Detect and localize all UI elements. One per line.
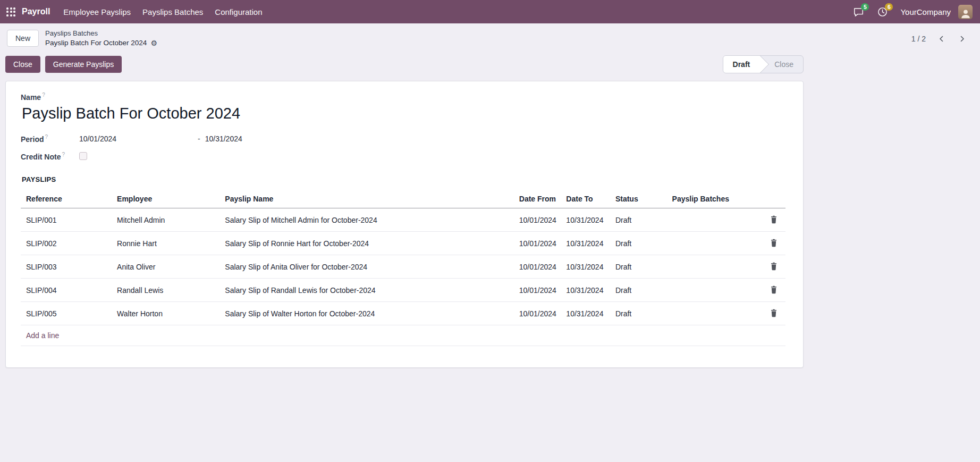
cell-status[interactable]: Draft (611, 255, 668, 279)
messages-count-badge: 5 (861, 3, 869, 11)
control-panel: New Payslips Batches Payslip Batch For O… (0, 23, 980, 54)
cell-employee[interactable]: Anita Oliver (113, 255, 221, 279)
activities-button[interactable]: 6 (873, 5, 892, 19)
header-reference[interactable]: Reference (21, 190, 113, 208)
header-date-to[interactable]: Date To (562, 190, 611, 208)
menu-payslips-batches[interactable]: Payslips Batches (137, 1, 209, 23)
cell-date-from[interactable]: 10/01/2024 (515, 208, 562, 232)
period-help-icon[interactable]: ? (45, 134, 48, 140)
delete-row-button[interactable] (768, 261, 780, 272)
cell-payslip-batches[interactable] (668, 302, 762, 325)
cell-date-from[interactable]: 10/01/2024 (515, 232, 562, 255)
chevron-right-icon (959, 36, 965, 42)
cell-reference[interactable]: SLIP/004 (21, 279, 113, 302)
cell-date-to[interactable]: 10/31/2024 (562, 208, 611, 232)
cell-payslip-name[interactable]: Salary Slip of Anita Oliver for October-… (221, 255, 514, 279)
messages-button[interactable]: 5 (849, 5, 868, 19)
delete-row-button[interactable] (768, 284, 780, 295)
cell-status[interactable]: Draft (611, 302, 668, 325)
cell-employee[interactable]: Randall Lewis (113, 279, 221, 302)
cell-date-to[interactable]: 10/31/2024 (562, 279, 611, 302)
trash-icon (770, 239, 778, 247)
trash-icon (770, 309, 778, 317)
name-help-icon[interactable]: ? (42, 92, 45, 98)
cell-date-to[interactable]: 10/31/2024 (562, 232, 611, 255)
cell-status[interactable]: Draft (611, 208, 668, 232)
cell-date-from[interactable]: 10/01/2024 (515, 302, 562, 325)
cell-date-to[interactable]: 10/31/2024 (562, 255, 611, 279)
period-from-field[interactable]: 10/01/2024 (79, 135, 198, 143)
header-payslip-batches[interactable]: Payslip Batches (668, 190, 762, 208)
company-name[interactable]: YourCompany (900, 7, 951, 16)
cell-payslip-batches[interactable] (668, 279, 762, 302)
payslips-table: Reference Employee Payslip Name Date Fro… (21, 190, 785, 346)
cell-payslip-batches[interactable] (668, 232, 762, 255)
header-actions (762, 190, 785, 208)
cell-payslip-name[interactable]: Salary Slip of Mitchell Admin for Octobe… (221, 208, 514, 232)
generate-payslips-button[interactable]: Generate Payslips (45, 56, 122, 73)
cell-payslip-name[interactable]: Salary Slip of Ronnie Hart for October-2… (221, 232, 514, 255)
pager-count[interactable]: 1 / 2 (911, 35, 926, 43)
name-field[interactable]: Payslip Batch For October 2024 (22, 105, 785, 122)
menu-employee-payslips[interactable]: Employee Payslips (57, 1, 137, 23)
cell-reference[interactable]: SLIP/002 (21, 232, 113, 255)
cell-payslip-name[interactable]: Salary Slip of Randall Lewis for October… (221, 279, 514, 302)
action-row: Close Generate Payslips Draft Close (5, 55, 804, 73)
table-row[interactable]: SLIP/002 Ronnie Hart Salary Slip of Ronn… (21, 232, 785, 255)
cell-reference[interactable]: SLIP/005 (21, 302, 113, 325)
credit-note-label: Credit Note? (21, 152, 79, 161)
delete-row-button[interactable] (768, 238, 780, 248)
period-label: Period? (21, 134, 79, 144)
add-line-row: Add a line (21, 325, 785, 346)
chevron-left-icon (939, 36, 945, 42)
table-row[interactable]: SLIP/003 Anita Oliver Salary Slip of Ani… (21, 255, 785, 279)
delete-row-button[interactable] (768, 214, 780, 225)
period-to-field[interactable]: 10/31/2024 (205, 135, 242, 143)
cell-payslip-batches[interactable] (668, 255, 762, 279)
gear-icon[interactable]: ⚙ (150, 39, 157, 47)
breadcrumb-current: Payslip Batch For October 2024 (45, 38, 147, 48)
pager: 1 / 2 (911, 31, 971, 47)
header-date-from[interactable]: Date From (515, 190, 562, 208)
header-status[interactable]: Status (611, 190, 668, 208)
cell-employee[interactable]: Ronnie Hart (113, 232, 221, 255)
table-row[interactable]: SLIP/004 Randall Lewis Salary Slip of Ra… (21, 279, 785, 302)
cell-status[interactable]: Draft (611, 279, 668, 302)
cell-date-from[interactable]: 10/01/2024 (515, 279, 562, 302)
new-button[interactable]: New (7, 30, 39, 47)
statusbar: Draft Close (723, 55, 804, 73)
table-row[interactable]: SLIP/005 Walter Horton Salary Slip of Wa… (21, 302, 785, 325)
header-employee[interactable]: Employee (113, 190, 221, 208)
trash-icon (770, 285, 778, 294)
user-icon (960, 7, 971, 19)
form-sheet: Name? Payslip Batch For October 2024 Per… (5, 81, 804, 368)
avatar[interactable] (958, 5, 973, 19)
trash-icon (770, 262, 778, 271)
name-label: Name? (21, 93, 45, 102)
pager-previous-button[interactable] (932, 31, 951, 47)
cell-reference[interactable]: SLIP/003 (21, 255, 113, 279)
activities-count-badge: 6 (885, 3, 893, 11)
credit-note-help-icon[interactable]: ? (62, 152, 65, 157)
cell-status[interactable]: Draft (611, 232, 668, 255)
pager-next-button[interactable] (952, 31, 971, 47)
cell-payslip-name[interactable]: Salary Slip of Walter Horton for October… (221, 302, 514, 325)
credit-note-checkbox[interactable] (79, 152, 87, 160)
apps-grid-icon[interactable] (6, 7, 15, 16)
header-payslip-name[interactable]: Payslip Name (221, 190, 514, 208)
breadcrumb-parent-link[interactable]: Payslips Batches (45, 29, 157, 38)
cell-employee[interactable]: Walter Horton (113, 302, 221, 325)
cell-date-from[interactable]: 10/01/2024 (515, 255, 562, 279)
close-button[interactable]: Close (5, 56, 40, 73)
app-name[interactable]: Payroll (22, 7, 50, 16)
cell-employee[interactable]: Mitchell Admin (113, 208, 221, 232)
status-step-draft[interactable]: Draft (723, 56, 761, 73)
delete-row-button[interactable] (768, 308, 780, 318)
breadcrumb: Payslips Batches Payslip Batch For Octob… (45, 29, 157, 47)
menu-configuration[interactable]: Configuration (209, 1, 268, 23)
cell-payslip-batches[interactable] (668, 208, 762, 232)
add-a-line-link[interactable]: Add a line (26, 331, 59, 340)
table-row[interactable]: SLIP/001 Mitchell Admin Salary Slip of M… (21, 208, 785, 232)
cell-date-to[interactable]: 10/31/2024 (562, 302, 611, 325)
cell-reference[interactable]: SLIP/001 (21, 208, 113, 232)
